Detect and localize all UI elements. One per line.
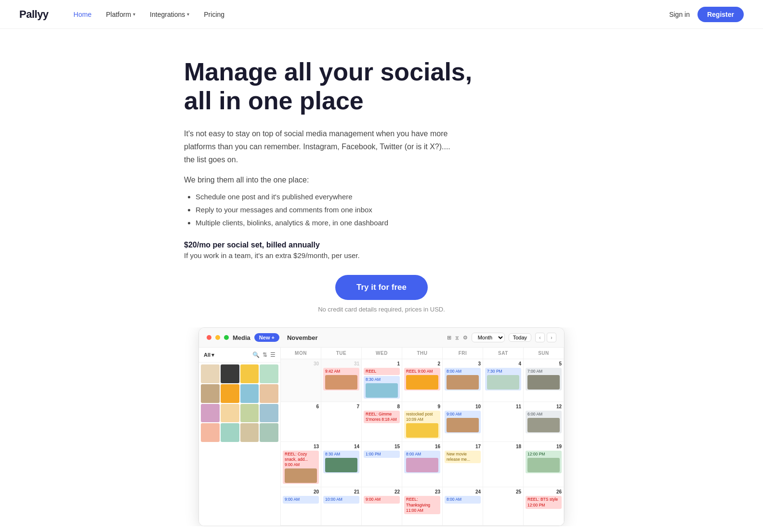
cal-cell-10[interactable]: 109:00 AM xyxy=(443,402,483,442)
media-thumb-0[interactable] xyxy=(201,364,220,383)
sidebar-filter-all[interactable]: All ▾ xyxy=(204,352,214,358)
register-button[interactable]: Register xyxy=(697,7,744,22)
dashboard-header-right: ⊞ ⧖ ⚙ Month Today ‹ › xyxy=(447,333,556,342)
cal-event-21-0[interactable]: 10:00 AM xyxy=(323,496,359,503)
cal-event-12-0[interactable]: 6:00 AM xyxy=(526,411,562,433)
cal-cell-9[interactable]: 9restocked post 10:09 AM xyxy=(402,402,443,442)
cal-event-23-0[interactable]: REEL: Thanksgiving 11:00 AM xyxy=(404,496,440,514)
cal-cell-11[interactable]: 11 xyxy=(483,402,524,442)
today-button[interactable]: Today xyxy=(509,333,531,342)
cal-cell-number-14: 14 xyxy=(323,444,359,449)
media-thumb-3[interactable] xyxy=(260,364,278,383)
cal-event-14-0[interactable]: 8:30 AM xyxy=(323,451,359,473)
media-thumb-10[interactable] xyxy=(240,404,259,423)
settings-icon[interactable]: ⚙ xyxy=(463,335,468,341)
media-thumb-2[interactable] xyxy=(240,364,259,383)
brand-logo[interactable]: Pallyy xyxy=(19,8,49,21)
cal-thumb-10-0 xyxy=(447,418,479,432)
sort-icon[interactable]: ⇅ xyxy=(263,351,267,358)
media-thumb-6[interactable] xyxy=(240,384,259,403)
cal-cell-6[interactable]: 6 xyxy=(281,402,321,442)
cal-cell-3[interactable]: 38:00 AM xyxy=(443,359,483,402)
dashboard-media-label: Media xyxy=(233,334,250,341)
media-thumb-5[interactable] xyxy=(221,384,239,403)
cal-event-8-0[interactable]: REEL: Gimme S'mores 8:18 AM xyxy=(364,411,400,423)
media-thumb-8[interactable] xyxy=(201,404,220,423)
cal-event-2-0[interactable]: REEL 9:00 AM xyxy=(404,368,440,390)
media-thumb-12[interactable] xyxy=(201,423,220,442)
cal-cell-15[interactable]: 151:00 PM xyxy=(362,442,402,487)
cal-event-1-0[interactable]: REEL xyxy=(364,368,400,375)
cal-event-15-0[interactable]: 1:00 PM xyxy=(364,451,400,458)
nav-platform[interactable]: Platform ▾ xyxy=(100,8,141,21)
dashboard-new-button[interactable]: New + xyxy=(254,333,279,342)
media-thumb-7[interactable] xyxy=(260,384,278,403)
media-thumb-14[interactable] xyxy=(240,423,259,442)
media-thumb-1[interactable] xyxy=(221,364,239,383)
cal-event-13-0[interactable]: REEL: Cozy snack, add... 9:00 AM xyxy=(283,451,319,484)
calendar-cells: 30319:42 AM1REEL8:30 AM2REEL 9:00 AM38:0… xyxy=(281,359,564,526)
cal-cell-12[interactable]: 126:00 AM xyxy=(524,402,564,442)
cal-cell-number-12: 12 xyxy=(526,404,562,409)
cal-cell-7[interactable]: 7 xyxy=(321,402,362,442)
cal-event-9-0[interactable]: restocked post 10:09 AM xyxy=(404,411,440,439)
media-thumb-4[interactable] xyxy=(201,384,220,403)
calendar-days-header: MONTUEWEDTHUFRISATSUN xyxy=(281,348,564,359)
cal-event-17-0[interactable]: New movie release me... xyxy=(445,451,481,463)
prev-arrow-button[interactable]: ‹ xyxy=(535,333,545,342)
cal-cell-14[interactable]: 148:30 AM xyxy=(321,442,362,487)
cal-cell-number-6: 6 xyxy=(283,404,319,409)
media-thumb-15[interactable] xyxy=(260,423,278,442)
grid-view-icon[interactable]: ⊞ xyxy=(447,335,451,341)
cal-event-19-0[interactable]: 12:00 PM xyxy=(526,451,562,473)
cal-cell-8[interactable]: 8REEL: Gimme S'mores 8:18 AM xyxy=(362,402,402,442)
cal-cell-22[interactable]: 229:00 AM xyxy=(362,487,402,526)
cal-event-10-0[interactable]: 9:00 AM xyxy=(445,411,481,433)
nav-home[interactable]: Home xyxy=(68,8,97,21)
list-view-icon[interactable]: ☰ xyxy=(270,351,276,358)
cal-cell-16[interactable]: 168:00 AM xyxy=(402,442,443,487)
cal-cell-19[interactable]: 1912:00 PM xyxy=(524,442,564,487)
cal-cell-13[interactable]: 13REEL: Cozy snack, add... 9:00 AM xyxy=(281,442,321,487)
cal-event-24-0[interactable]: 8:00 AM xyxy=(445,496,481,503)
cal-day-header-wed: WED xyxy=(362,348,402,359)
cal-event-16-0[interactable]: 8:00 AM xyxy=(404,451,440,473)
cal-cell-30[interactable]: 30 xyxy=(281,359,321,402)
cal-cell-4[interactable]: 47:30 PM xyxy=(483,359,524,402)
cal-cell-25[interactable]: 25 xyxy=(483,487,524,526)
dashboard-window: Media New + November ⊞ ⧖ ⚙ Month Today ‹… xyxy=(198,327,565,526)
cal-event-22-0[interactable]: 9:00 AM xyxy=(364,496,400,503)
nav-integrations[interactable]: Integrations ▾ xyxy=(144,8,195,21)
cal-cell-26[interactable]: 26REEL: BTS style 12:00 PM xyxy=(524,487,564,526)
cal-event-3-0[interactable]: 8:00 AM xyxy=(445,368,481,390)
cal-cell-23[interactable]: 23REEL: Thanksgiving 11:00 AM xyxy=(402,487,443,526)
cal-event-20-0[interactable]: 9:00 AM xyxy=(283,496,319,503)
cal-event-31-0[interactable]: 9:42 AM xyxy=(323,368,359,390)
cal-cell-31[interactable]: 319:42 AM xyxy=(321,359,362,402)
cal-cell-5[interactable]: 57:00 AM xyxy=(524,359,564,402)
search-icon[interactable]: 🔍 xyxy=(252,351,260,358)
sign-in-link[interactable]: Sign in xyxy=(669,11,690,18)
cal-cell-2[interactable]: 2REEL 9:00 AM xyxy=(402,359,443,402)
cal-event-4-0[interactable]: 7:30 PM xyxy=(485,368,521,390)
cal-cell-18[interactable]: 18 xyxy=(483,442,524,487)
media-thumb-13[interactable] xyxy=(221,423,239,442)
media-thumb-9[interactable] xyxy=(221,404,239,423)
cal-cell-21[interactable]: 2110:00 AM xyxy=(321,487,362,526)
cal-event-1-1[interactable]: 8:30 AM xyxy=(364,376,400,399)
cal-event-26-0[interactable]: REEL: BTS style 12:00 PM xyxy=(526,496,562,508)
filter-icon[interactable]: ⧖ xyxy=(455,335,459,341)
cal-cell-number-3: 3 xyxy=(445,361,481,366)
cta-container: Try it for free No credit card details r… xyxy=(184,275,579,313)
cal-cell-1[interactable]: 1REEL8:30 AM xyxy=(362,359,402,402)
cal-cell-24[interactable]: 248:00 AM xyxy=(443,487,483,526)
next-arrow-button[interactable]: › xyxy=(547,333,556,342)
cal-cell-17[interactable]: 17New movie release me... xyxy=(443,442,483,487)
cal-event-5-0[interactable]: 7:00 AM xyxy=(526,368,562,390)
nav-pricing[interactable]: Pricing xyxy=(198,8,230,21)
media-thumb-11[interactable] xyxy=(260,404,278,423)
sidebar-filter-chevron-icon: ▾ xyxy=(211,352,214,358)
cal-cell-20[interactable]: 209:00 AM xyxy=(281,487,321,526)
month-select[interactable]: Month xyxy=(472,333,505,342)
try-free-button[interactable]: Try it for free xyxy=(335,275,428,300)
